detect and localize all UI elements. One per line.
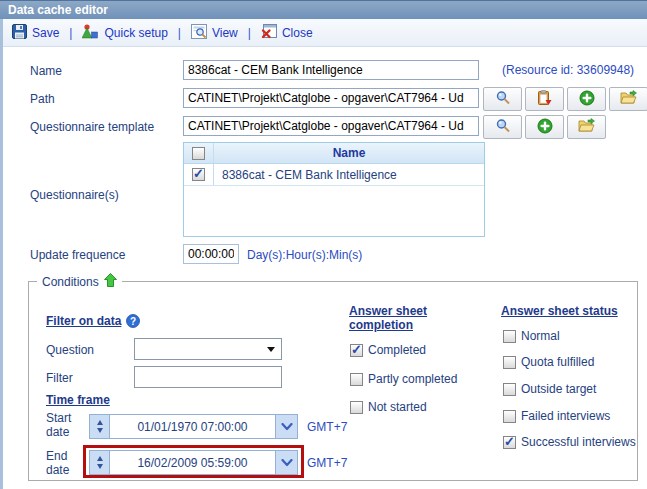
collapse-up-arrow-icon[interactable] — [104, 273, 117, 290]
folder-icon — [620, 90, 637, 108]
conditions-legend-label: Conditions — [42, 275, 99, 289]
path-buttons — [483, 87, 647, 111]
data-cache-editor-window: Data cache editor Save | Quick setup | V… — [0, 0, 647, 489]
chevron-down-icon — [281, 456, 293, 470]
checkbox-label: Partly completed — [368, 372, 457, 386]
template-folder-button[interactable] — [567, 115, 606, 139]
end-date-calendar-button[interactable] — [275, 451, 297, 474]
checkbox-label: Quota fulfilled — [521, 355, 594, 369]
view-button[interactable]: View — [191, 24, 238, 42]
end-date-spinner[interactable] — [90, 451, 110, 474]
quick-setup-label: Quick setup — [104, 26, 167, 40]
toolbar-separator: | — [248, 26, 251, 40]
table-header-row: Name — [184, 143, 484, 164]
checkbox-failed-interviews[interactable]: Failed interviews — [503, 409, 610, 423]
svg-text:?: ? — [130, 316, 136, 327]
path-search-button[interactable] — [483, 87, 522, 111]
questionnaire-template-input[interactable] — [183, 116, 479, 136]
toolbar: Save | Quick setup | View | Close — [0, 19, 647, 47]
checkbox-quota-fulfilled[interactable]: Quota fulfilled — [503, 355, 594, 369]
template-search-button[interactable] — [483, 115, 522, 139]
filter-on-data-heading: Filter on data ? — [46, 314, 140, 328]
add-icon — [537, 118, 553, 137]
path-label: Path — [30, 92, 55, 106]
save-icon — [12, 24, 27, 42]
quick-setup-button[interactable]: Quick setup — [82, 24, 167, 42]
path-folder-button[interactable] — [609, 87, 647, 111]
view-label: View — [212, 26, 238, 40]
save-label: Save — [32, 26, 59, 40]
row-name: 8386cat - CEM Bank Intelligence — [214, 164, 484, 185]
checkbox-normal[interactable]: Normal — [503, 329, 560, 343]
close-button[interactable]: Close — [261, 24, 313, 42]
spin-up-icon — [97, 456, 103, 461]
close-label: Close — [282, 26, 313, 40]
select-all-checkbox[interactable] — [192, 147, 205, 160]
end-date-picker[interactable]: 16/02/2009 05:59:00 — [89, 450, 298, 475]
checkbox-icon[interactable] — [350, 373, 363, 386]
path-paste-button[interactable] — [525, 87, 564, 111]
checkbox-icon[interactable] — [503, 410, 516, 423]
checkbox-outside-target[interactable]: Outside target — [503, 382, 596, 396]
checkbox-not-started[interactable]: Not started — [350, 400, 427, 414]
quick-setup-icon — [82, 24, 99, 42]
time-frame-heading: Time frame — [46, 393, 110, 407]
checkbox-label: Normal — [521, 329, 560, 343]
magnifier-icon — [495, 90, 511, 109]
path-add-button[interactable] — [567, 87, 606, 111]
add-icon — [579, 90, 595, 109]
start-date-label: Start date — [46, 411, 86, 439]
questionnaire-template-label: Questionnaire template — [30, 120, 154, 134]
conditions-section: Conditions Filter on data ? Question Fil… — [28, 281, 638, 481]
start-date-calendar-button[interactable] — [275, 415, 297, 438]
update-frequence-input[interactable] — [183, 244, 239, 264]
checkbox-icon[interactable] — [503, 356, 516, 369]
filter-label: Filter — [46, 371, 73, 385]
answer-sheet-status-heading: Answer sheet status — [501, 304, 618, 318]
checkbox-label: Completed — [368, 343, 426, 357]
checkbox-icon[interactable] — [503, 436, 516, 449]
name-label: Name — [30, 64, 62, 78]
close-icon — [261, 24, 277, 42]
checkbox-icon[interactable] — [503, 330, 516, 343]
path-input[interactable] — [183, 88, 479, 108]
update-frequence-label: Update frequence — [30, 248, 125, 262]
template-add-button[interactable] — [525, 115, 564, 139]
chevron-down-icon — [267, 347, 275, 352]
checkbox-icon[interactable] — [350, 344, 363, 357]
start-date-value[interactable]: 01/01/1970 07:00:00 — [110, 415, 275, 438]
filter-input[interactable] — [134, 366, 282, 388]
start-date-timezone: GMT+7 — [307, 420, 347, 434]
checkbox-icon[interactable] — [350, 401, 363, 414]
question-dropdown[interactable] — [134, 338, 282, 360]
start-date-picker[interactable]: 01/01/1970 07:00:00 — [89, 414, 298, 439]
window-title: Data cache editor — [0, 0, 647, 19]
end-date-value[interactable]: 16/02/2009 05:59:00 — [110, 451, 275, 474]
left-edge-strip — [0, 19, 3, 489]
row-checkbox[interactable] — [192, 168, 205, 181]
questionnaires-label: Questionnaire(s) — [30, 188, 119, 202]
checkbox-partly-completed[interactable]: Partly completed — [350, 372, 457, 386]
name-input[interactable] — [183, 60, 479, 80]
save-button[interactable]: Save — [12, 24, 59, 42]
checkbox-completed[interactable]: Completed — [350, 343, 426, 357]
checkbox-successful-interviews[interactable]: Successful interviews — [503, 435, 636, 449]
toolbar-separator: | — [178, 26, 181, 40]
conditions-legend: Conditions — [37, 273, 122, 290]
spin-down-icon — [97, 464, 103, 469]
view-icon — [191, 24, 207, 42]
checkbox-icon[interactable] — [503, 383, 516, 396]
filter-on-data-heading-label: Filter on data — [46, 314, 121, 328]
checkbox-label: Successful interviews — [521, 435, 636, 449]
end-date-label: End date — [46, 449, 86, 477]
update-frequence-hint: Day(s):Hour(s):Min(s) — [247, 248, 362, 262]
help-icon[interactable]: ? — [126, 314, 140, 328]
table-row[interactable]: 8386cat - CEM Bank Intelligence — [184, 164, 484, 186]
folder-icon — [578, 118, 595, 136]
table-header-name: Name — [214, 143, 484, 163]
start-date-spinner[interactable] — [90, 415, 110, 438]
paste-icon — [537, 90, 552, 109]
spin-up-icon — [97, 420, 103, 425]
spin-down-icon — [97, 428, 103, 433]
toolbar-separator: | — [69, 26, 72, 40]
